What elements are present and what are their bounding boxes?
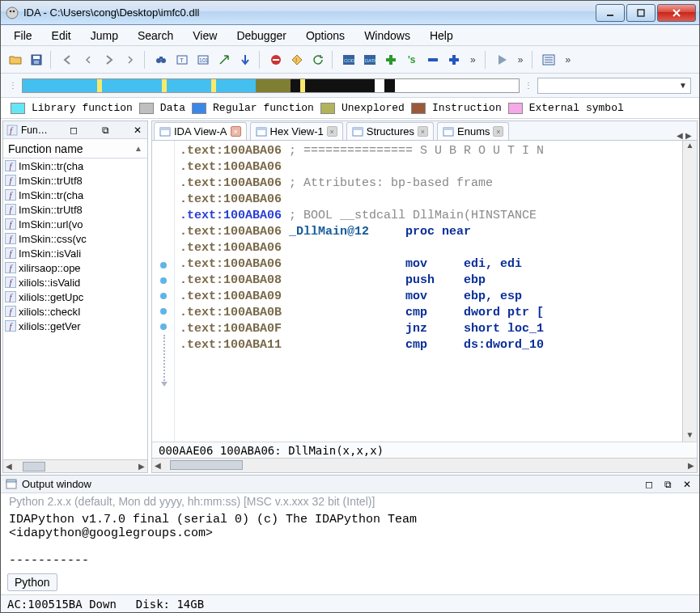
menu-view[interactable]: View bbox=[185, 27, 225, 44]
function-icon: f bbox=[5, 306, 16, 317]
scroll-down-icon[interactable]: ▼ bbox=[683, 430, 697, 442]
data-icon[interactable]: DATA bbox=[360, 50, 380, 70]
overview-combo[interactable]: ▼ bbox=[537, 78, 691, 94]
scroll-right-icon[interactable]: ▶ bbox=[136, 462, 147, 471]
output-truncated-line: Python 2.x.x (default, Mon dd yyyy, hh:m… bbox=[1, 493, 699, 508]
menu-file[interactable]: File bbox=[6, 27, 40, 44]
function-row[interactable]: fxiliols::getVer bbox=[3, 319, 147, 333]
add-green-icon[interactable] bbox=[381, 50, 401, 70]
menu-options[interactable]: Options bbox=[298, 27, 353, 44]
functions-list[interactable]: fImSkin::tr(chafImSkin::trUtf8fImSkin::t… bbox=[3, 159, 147, 459]
save-icon[interactable] bbox=[27, 50, 46, 70]
toolbar-overflow-1[interactable]: » bbox=[465, 54, 481, 66]
menu-debugger[interactable]: Debugger bbox=[228, 27, 295, 44]
function-row[interactable]: fxiliols::checkI bbox=[3, 304, 147, 319]
tab-close-icon[interactable]: × bbox=[418, 126, 428, 137]
maximize-button[interactable] bbox=[626, 4, 655, 22]
toolbar-overflow-2[interactable]: » bbox=[513, 54, 528, 66]
panel-window-icon[interactable]: ⧉ bbox=[661, 479, 675, 490]
disassembly-vscrollbar[interactable]: ▲ ▼ bbox=[682, 141, 697, 442]
stop-icon[interactable] bbox=[266, 50, 286, 70]
tab-hex-view-1[interactable]: Hex View-1× bbox=[250, 122, 343, 140]
menu-edit[interactable]: Edit bbox=[44, 27, 79, 44]
menu-windows[interactable]: Windows bbox=[356, 27, 418, 44]
panel-window-icon[interactable]: ⧉ bbox=[100, 125, 112, 136]
options-icon[interactable] bbox=[539, 50, 558, 70]
scroll-right-icon[interactable]: ▶ bbox=[685, 461, 697, 470]
chevron-down-icon: ▼ bbox=[679, 81, 687, 90]
code-icon[interactable]: CODE bbox=[339, 50, 358, 70]
forward-small-icon[interactable] bbox=[121, 50, 140, 70]
function-row[interactable]: fImSkin::isVali bbox=[3, 246, 147, 260]
scroll-left-icon[interactable]: ◀ bbox=[3, 462, 15, 471]
function-row[interactable]: fImSkin::trUtf8 bbox=[3, 202, 147, 217]
scrollbar-thumb[interactable] bbox=[23, 462, 45, 471]
menu-search[interactable]: Search bbox=[129, 27, 181, 44]
tab-nav-icons[interactable]: ◀ ▶ bbox=[673, 131, 695, 140]
tab-enums[interactable]: Enums× bbox=[437, 122, 509, 140]
tab-structures[interactable]: Structures× bbox=[346, 122, 434, 140]
add-blue-icon[interactable] bbox=[444, 50, 464, 70]
menu-jump[interactable]: Jump bbox=[83, 27, 126, 44]
breakpoint-dot-icon[interactable] bbox=[160, 262, 167, 268]
panel-detach-icon[interactable]: ◻ bbox=[67, 125, 80, 136]
function-row[interactable]: fImSkin::css(vc bbox=[3, 231, 147, 246]
python-prompt-row: Python bbox=[1, 570, 699, 594]
functions-panel: f Fun… ◻ ⧉ ✕ Function name ▲ fImSkin::tr… bbox=[2, 120, 148, 473]
run-icon[interactable] bbox=[492, 50, 511, 70]
svg-text:CODE: CODE bbox=[344, 58, 355, 63]
svg-rect-12 bbox=[159, 57, 163, 59]
subtract-icon[interactable] bbox=[423, 50, 443, 70]
scrollbar-thumb[interactable] bbox=[170, 460, 243, 470]
search-bytes-icon[interactable]: 101 bbox=[193, 50, 213, 70]
function-row[interactable]: fImSkin::tr(cha bbox=[3, 188, 147, 202]
refresh-icon[interactable] bbox=[308, 50, 328, 70]
string-icon[interactable]: 's bbox=[402, 50, 422, 70]
breakpoint-dot-icon[interactable] bbox=[160, 293, 167, 299]
scroll-left-icon[interactable]: ◀ bbox=[152, 461, 163, 470]
function-row[interactable]: fImSkin::tr(cha bbox=[3, 159, 147, 173]
toolbar-overflow-3[interactable]: » bbox=[560, 54, 575, 66]
menu-help[interactable]: Help bbox=[422, 27, 461, 44]
overview-right-icon[interactable]: ⋮ bbox=[524, 81, 532, 90]
svg-rect-45 bbox=[6, 480, 16, 482]
functions-column-header[interactable]: Function name ▲ bbox=[3, 139, 147, 159]
back-small-icon[interactable] bbox=[78, 50, 98, 70]
function-icon: f bbox=[5, 218, 16, 230]
close-button[interactable] bbox=[657, 4, 696, 22]
disassembly-view[interactable]: .text:100ABA06 ; =============== S U B R… bbox=[175, 141, 682, 442]
function-row[interactable]: fxilirsaop::ope bbox=[3, 260, 147, 275]
tab-close-icon[interactable]: × bbox=[327, 126, 337, 137]
breakpoint-dot-icon[interactable] bbox=[160, 308, 167, 315]
disassembly-hscrollbar[interactable]: ◀ ▶ bbox=[152, 458, 697, 472]
panel-close-icon[interactable]: ✕ bbox=[680, 479, 694, 490]
search-text-icon[interactable]: T bbox=[172, 50, 192, 70]
goto-icon[interactable] bbox=[214, 50, 234, 70]
open-icon[interactable] bbox=[6, 50, 25, 70]
function-row[interactable]: fImSkin::trUtf8 bbox=[3, 173, 147, 188]
breakpoint-dot-icon[interactable] bbox=[160, 323, 167, 330]
minimize-button[interactable] bbox=[596, 4, 625, 22]
breakpoint-dot-icon[interactable] bbox=[160, 277, 167, 284]
function-row[interactable]: fImSkin::url(vo bbox=[3, 217, 147, 231]
tab-close-icon[interactable]: × bbox=[493, 126, 503, 137]
function-name: ImSkin::isVali bbox=[19, 247, 81, 260]
overview-left-icon[interactable]: ⋮ bbox=[9, 81, 17, 90]
binoculars-icon[interactable] bbox=[151, 50, 171, 70]
tab-ida-view-a[interactable]: IDA View-A× bbox=[154, 122, 247, 140]
breakpoint-icon[interactable]: ! bbox=[287, 50, 307, 70]
output-body[interactable]: IDAPython v1.7.0 final (serial 0) (c) Th… bbox=[1, 508, 699, 570]
function-row[interactable]: fxiliols::isValid bbox=[3, 275, 147, 290]
functions-hscrollbar[interactable]: ◀ ▶ bbox=[3, 459, 147, 472]
functions-panel-header: f Fun… ◻ ⧉ ✕ bbox=[3, 121, 147, 139]
tab-close-icon[interactable]: × bbox=[231, 126, 241, 137]
navigation-band[interactable] bbox=[22, 78, 520, 93]
panel-close-icon[interactable]: ✕ bbox=[131, 125, 144, 136]
function-row[interactable]: fxiliols::getUpc bbox=[3, 290, 147, 304]
python-button[interactable]: Python bbox=[7, 573, 57, 591]
back-icon[interactable] bbox=[57, 50, 77, 70]
panel-detach-icon[interactable]: ◻ bbox=[642, 479, 656, 490]
forward-icon[interactable] bbox=[100, 50, 119, 70]
scroll-up-icon[interactable]: ▲ bbox=[683, 141, 697, 152]
jump-down-icon[interactable] bbox=[235, 50, 255, 70]
